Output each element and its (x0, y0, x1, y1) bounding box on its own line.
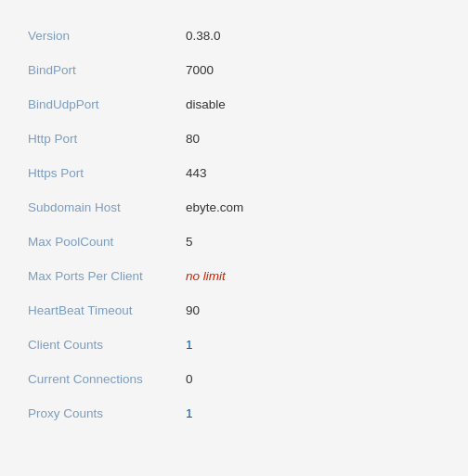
info-row: Proxy Counts1 (28, 396, 440, 431)
info-row: Subdomain Hostebyte.com (28, 190, 440, 225)
info-value: 1 (186, 338, 193, 352)
info-label: HeartBeat Timeout (28, 303, 186, 317)
info-label: Subdomain Host (28, 200, 186, 214)
info-table: Version0.38.0BindPort7000BindUdpPortdisa… (28, 19, 440, 431)
info-row: HeartBeat Timeout90 (28, 293, 440, 328)
info-row: Client Counts1 (28, 328, 440, 362)
info-value: no limit (186, 269, 226, 283)
info-value: 0 (186, 372, 193, 386)
info-label: BindPort (28, 63, 186, 77)
info-value: 0.38.0 (186, 29, 221, 43)
info-label: Https Port (28, 166, 186, 180)
info-value: 7000 (186, 63, 214, 77)
info-value: 5 (186, 235, 193, 249)
info-row: Current Connections0 (28, 362, 440, 396)
info-row: Version0.38.0 (28, 19, 440, 53)
info-value: 1 (186, 406, 193, 420)
info-row: Https Port443 (28, 156, 440, 190)
info-row: BindPort7000 (28, 53, 440, 87)
info-row: Max PoolCount5 (28, 225, 440, 259)
info-label: Client Counts (28, 338, 186, 352)
info-label: Proxy Counts (28, 406, 186, 420)
info-label: Max Ports Per Client (28, 269, 186, 283)
info-row: Max Ports Per Clientno limit (28, 259, 440, 293)
info-label: Http Port (28, 132, 186, 146)
info-label: Version (28, 29, 186, 43)
info-value: disable (186, 97, 226, 111)
info-value: 90 (186, 303, 200, 317)
info-row: BindUdpPortdisable (28, 87, 440, 122)
info-label: BindUdpPort (28, 97, 186, 111)
info-label: Max PoolCount (28, 235, 186, 249)
info-value: ebyte.com (186, 200, 243, 214)
info-value: 443 (186, 166, 207, 180)
info-label: Current Connections (28, 372, 186, 386)
info-value: 80 (186, 132, 200, 146)
info-row: Http Port80 (28, 122, 440, 156)
